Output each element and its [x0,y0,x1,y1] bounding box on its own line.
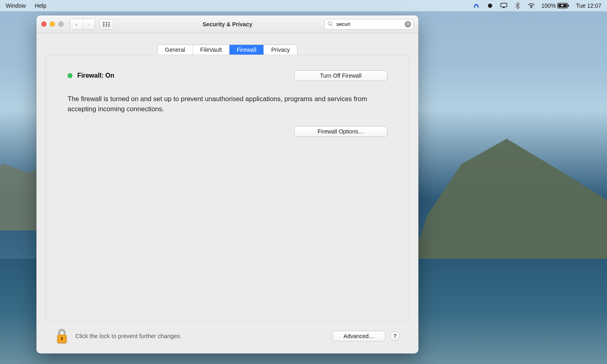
airplay-icon[interactable] [500,2,507,9]
turn-off-firewall-button[interactable]: Turn Off Firewall [294,70,387,81]
svg-rect-12 [106,25,107,27]
menu-window[interactable]: Window [6,2,26,9]
firewall-description: The firewall is turned on and set up to … [68,94,375,114]
menu-help[interactable]: Help [35,2,47,9]
svg-rect-1 [501,3,507,7]
firewall-status-label: Firewall: On [77,72,115,79]
svg-point-0 [488,4,492,8]
tab-privacy[interactable]: Privacy [263,45,297,55]
wallpaper-mountain [405,113,607,283]
svg-rect-6 [106,22,107,23]
svg-rect-3 [568,4,569,6]
minimize-icon[interactable] [50,21,55,27]
svg-rect-19 [62,338,63,341]
firewall-options-button[interactable]: Firewall Options… [294,126,387,137]
wifi-icon[interactable] [528,2,535,9]
titlebar[interactable]: ‹ › Security & Privacy ✕ [36,15,418,33]
svg-rect-7 [108,22,110,23]
menubar-clock[interactable]: Tue 12:07 [576,2,601,9]
tab-firewall[interactable]: Firewall [229,45,263,55]
menubar: Window Help 100% Tue 12:07 [0,0,607,11]
svg-rect-9 [106,23,107,25]
mamp-icon[interactable] [473,2,480,9]
firewall-status: Firewall: On [68,72,115,79]
search-icon [327,21,333,28]
svg-rect-10 [108,23,110,25]
show-all-button[interactable] [99,19,114,30]
svg-rect-11 [103,25,104,27]
svg-line-15 [331,24,333,26]
tab-general[interactable]: General [158,45,193,55]
close-icon[interactable] [41,21,47,27]
zoom-icon [58,21,64,27]
desktop: Window Help 100% Tue 12:07 [0,0,607,364]
back-button[interactable]: ‹ [70,19,83,30]
status-dot-icon [68,73,72,78]
nav-buttons: ‹ › [70,19,95,30]
tab-filevault[interactable]: FileVault [193,45,229,55]
bluetooth-icon[interactable] [514,2,521,9]
battery-percent: 100% [541,2,556,9]
advanced-button[interactable]: Advanced… [333,331,385,341]
svg-rect-8 [103,23,104,25]
battery-status[interactable]: 100% [541,2,570,9]
help-button[interactable]: ? [390,331,400,341]
clear-search-icon[interactable]: ✕ [405,21,411,28]
tabs: General FileVault Firewall Privacy [157,44,297,55]
forward-button[interactable]: › [83,19,95,30]
footer: Click the lock to prevent further change… [45,322,410,353]
svg-rect-13 [108,25,110,27]
prefs-window: ‹ › Security & Privacy ✕ General FileVau… [36,15,418,353]
status-dot-icon[interactable] [486,2,494,9]
firewall-panel: Firewall: On Turn Off Firewall The firew… [45,55,410,322]
lock-icon[interactable] [55,328,69,345]
svg-rect-5 [103,22,104,23]
lock-text: Click the lock to prevent further change… [75,333,326,339]
search-input[interactable] [325,19,414,30]
